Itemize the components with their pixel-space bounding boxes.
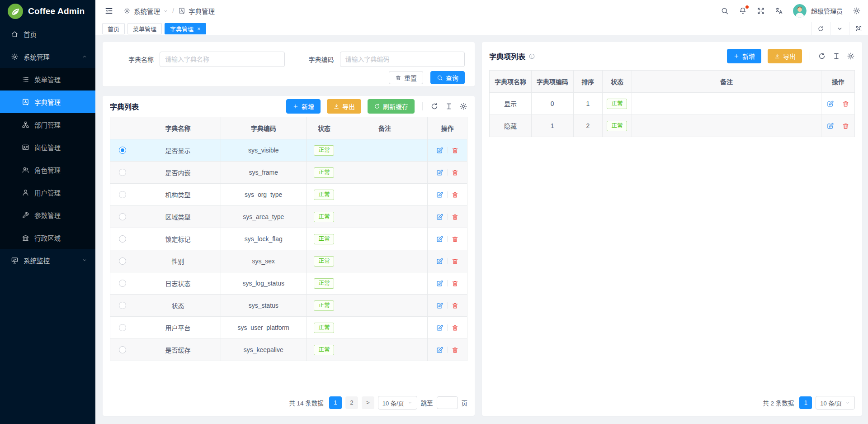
row-radio[interactable] <box>119 169 126 176</box>
tab-menu-mgmt[interactable]: 菜单管理 <box>127 23 162 34</box>
table-refresh-icon[interactable] <box>430 102 439 110</box>
page-button-1[interactable]: 1 <box>329 396 342 409</box>
table-row[interactable]: 用户平台sys_user_platform正常 <box>110 317 467 339</box>
add-dict-button[interactable]: 新增 <box>286 99 321 114</box>
page-button-1[interactable]: 1 <box>799 396 812 409</box>
table-refresh-icon[interactable] <box>818 52 826 60</box>
export-dict-item-button[interactable]: 导出 <box>768 49 802 63</box>
edit-icon[interactable] <box>826 122 834 130</box>
delete-icon[interactable] <box>451 213 459 221</box>
dict-name-input[interactable] <box>160 52 285 67</box>
sidebar-item-user-mgmt[interactable]: 用户管理 <box>0 181 95 204</box>
delete-icon[interactable] <box>451 191 459 199</box>
delete-icon[interactable] <box>842 122 849 130</box>
row-radio[interactable] <box>119 257 126 265</box>
edit-icon[interactable] <box>436 257 443 265</box>
row-radio[interactable] <box>119 191 126 198</box>
delete-icon[interactable] <box>451 147 459 154</box>
row-radio[interactable] <box>119 147 126 154</box>
table-settings-gear-icon[interactable] <box>847 52 855 60</box>
column-height-icon[interactable] <box>832 52 840 60</box>
sidebar-item-home[interactable]: 首页 <box>0 23 95 45</box>
delete-icon[interactable] <box>451 302 459 310</box>
sidebar-item-menu-mgmt[interactable]: 菜单管理 <box>0 68 95 91</box>
refresh-page-button[interactable] <box>811 22 830 35</box>
next-page-button[interactable]: > <box>362 396 374 409</box>
sidebar-item-system-mgmt[interactable]: 系统管理 <box>0 45 95 68</box>
row-radio[interactable] <box>119 302 126 309</box>
avatar[interactable] <box>793 4 807 18</box>
delete-icon[interactable] <box>451 235 459 243</box>
edit-icon[interactable] <box>436 280 443 287</box>
delete-icon[interactable] <box>451 257 459 265</box>
row-radio[interactable] <box>119 324 126 331</box>
page-size-select[interactable]: 10 条/页 <box>816 396 855 410</box>
edit-icon[interactable] <box>436 191 443 199</box>
breadcrumb-system-mgmt[interactable]: 系统管理 <box>123 6 168 16</box>
table-row[interactable]: 是否内嵌sys_frame正常 <box>110 162 467 184</box>
table-settings-gear-icon[interactable] <box>459 102 467 110</box>
dict-code-input[interactable] <box>340 52 465 67</box>
edit-icon[interactable] <box>826 100 834 108</box>
edit-icon[interactable] <box>436 346 443 354</box>
page-size-select[interactable]: 10 条/页 <box>378 396 417 410</box>
settings-gear-icon[interactable] <box>853 7 861 15</box>
fullscreen-icon[interactable] <box>757 7 765 15</box>
query-button[interactable]: 查询 <box>430 71 465 84</box>
row-radio[interactable] <box>119 280 126 287</box>
dict-name-cell: 机构类型 <box>135 184 221 206</box>
maximize-button[interactable] <box>849 22 868 35</box>
table-row[interactable]: 日志状态sys_log_status正常 <box>110 272 467 295</box>
dict-name-cell: 用户平台 <box>135 317 221 339</box>
status-badge: 正常 <box>607 99 627 109</box>
row-radio[interactable] <box>119 346 126 353</box>
jump-page-input[interactable] <box>437 396 458 409</box>
reset-button[interactable]: 重置 <box>389 71 423 84</box>
sidebar-item-dept-mgmt[interactable]: 部门管理 <box>0 113 95 136</box>
column-header: 操作 <box>428 117 467 139</box>
table-row[interactable]: 锁定标记sys_lock_flag正常 <box>110 228 467 250</box>
edit-icon[interactable] <box>436 324 443 332</box>
edit-icon[interactable] <box>436 147 443 154</box>
row-radio[interactable] <box>119 213 126 220</box>
delete-icon[interactable] <box>842 100 849 108</box>
sidebar-item-region[interactable]: 行政区域 <box>0 226 95 249</box>
notification-bell-icon[interactable] <box>739 7 747 15</box>
sidebar-item-role-mgmt[interactable]: 角色管理 <box>0 158 95 181</box>
tab-menu-chevron-button[interactable] <box>830 22 849 35</box>
tab-close-icon[interactable]: × <box>197 26 201 32</box>
row-radio[interactable] <box>119 235 126 243</box>
page-button-2[interactable]: 2 <box>345 396 358 409</box>
translate-icon[interactable] <box>775 7 783 15</box>
delete-icon[interactable] <box>451 280 459 287</box>
table-row[interactable]: 状态sys_status正常 <box>110 295 467 317</box>
table-row[interactable]: 性别sys_sex正常 <box>110 250 467 272</box>
edit-icon[interactable] <box>436 235 443 243</box>
table-row[interactable]: 是否显示sys_visible正常 <box>110 139 467 162</box>
search-icon[interactable] <box>721 7 729 15</box>
sidebar-item-monitor[interactable]: 系统监控 <box>0 249 95 272</box>
dict-code-cell: sys_lock_flag <box>221 228 307 250</box>
table-row[interactable]: 隐藏12正常 <box>490 115 854 137</box>
sidebar-item-dict-mgmt[interactable]: 字典管理 <box>0 91 95 113</box>
table-row[interactable]: 是否缓存sys_keepalive正常 <box>110 339 467 361</box>
tab-home[interactable]: 首页 <box>102 23 125 34</box>
column-height-icon[interactable] <box>445 102 453 110</box>
table-row[interactable]: 机构类型sys_org_type正常 <box>110 184 467 206</box>
brand[interactable]: Coffee Admin <box>0 0 95 23</box>
menu-fold-icon[interactable] <box>104 6 113 15</box>
add-dict-item-button[interactable]: 新增 <box>727 49 761 63</box>
edit-icon[interactable] <box>436 169 443 176</box>
refresh-cache-button[interactable]: 刷新缓存 <box>368 99 415 114</box>
sidebar-item-param-mgmt[interactable]: 参数管理 <box>0 204 95 226</box>
export-dict-button[interactable]: 导出 <box>327 99 361 114</box>
delete-icon[interactable] <box>451 346 459 354</box>
edit-icon[interactable] <box>436 302 443 310</box>
tab-dict-mgmt[interactable]: 字典管理× <box>165 23 206 34</box>
delete-icon[interactable] <box>451 169 459 176</box>
edit-icon[interactable] <box>436 213 443 221</box>
delete-icon[interactable] <box>451 324 459 332</box>
table-row[interactable]: 区域类型sys_area_type正常 <box>110 206 467 228</box>
table-row[interactable]: 显示01正常 <box>490 93 854 115</box>
sidebar-item-post-mgmt[interactable]: 岗位管理 <box>0 136 95 158</box>
